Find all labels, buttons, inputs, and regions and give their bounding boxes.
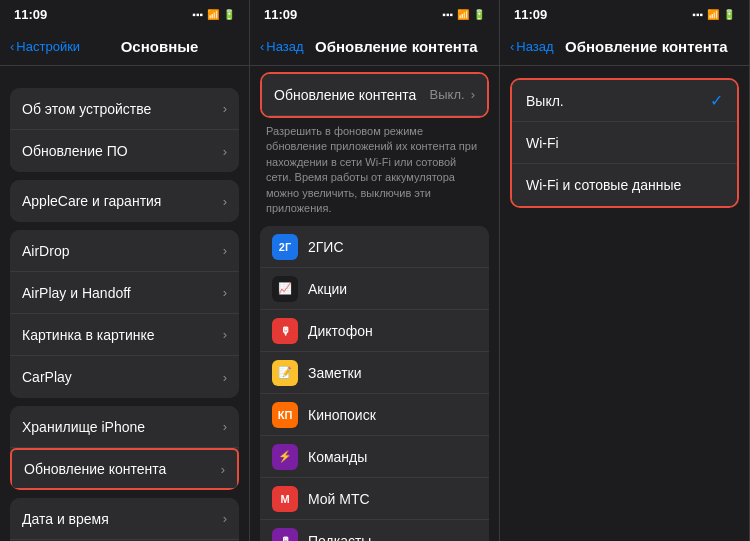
chevron-icon: ›: [223, 285, 227, 300]
wifi-icon: 📶: [457, 9, 469, 20]
chevron-icon: ›: [223, 419, 227, 434]
app-list-item[interactable]: ⚡Команды: [260, 436, 489, 478]
back-label-1: Настройки: [16, 39, 80, 54]
choice-label: Выкл.: [526, 93, 710, 109]
chevron-icon: ›: [471, 87, 475, 102]
group-2: AppleCare и гарантия ›: [10, 180, 239, 222]
content-update-item[interactable]: Обновление контента ›: [10, 448, 239, 490]
app-label: 2ГИС: [308, 239, 477, 255]
app-list-item[interactable]: 🎙Подкасты: [260, 520, 489, 541]
chevron-icon: ›: [223, 370, 227, 385]
app-icon: М: [272, 486, 298, 512]
scroll-area-3[interactable]: Выкл.✓Wi-FiWi-Fi и сотовые данные: [500, 66, 749, 541]
list-item[interactable]: Хранилище iPhone ›: [10, 406, 239, 448]
choice-label: Wi-Fi и сотовые данные: [526, 177, 723, 193]
battery-icon: 🔋: [473, 9, 485, 20]
back-label-3: Назад: [516, 39, 553, 54]
back-label-2: Назад: [266, 39, 303, 54]
status-time-1: 11:09: [14, 7, 47, 22]
battery-icon: 🔋: [723, 9, 735, 20]
chevron-icon: ›: [223, 194, 227, 209]
app-label: Заметки: [308, 365, 477, 381]
checkmark-icon: ✓: [710, 91, 723, 110]
nav-title-3: Обновление контента: [554, 38, 739, 55]
chevron-icon: ›: [223, 243, 227, 258]
signal-icon: ▪▪▪: [692, 9, 703, 20]
panel-choice: 11:09 ▪▪▪ 📶 🔋 ‹ Назад Обновление контент…: [500, 0, 750, 541]
list-item[interactable]: AirPlay и Handoff ›: [10, 272, 239, 314]
app-icon: ⚡: [272, 444, 298, 470]
app-label: Кинопоиск: [308, 407, 477, 423]
list-item[interactable]: Обновление ПО ›: [10, 130, 239, 172]
list-item[interactable]: Картинка в картинке ›: [10, 314, 239, 356]
info-text: Разрешить в фоновом режиме обновление пр…: [250, 118, 499, 226]
app-label: Команды: [308, 449, 477, 465]
list-item[interactable]: Об этом устройстве ›: [10, 88, 239, 130]
app-icon: 2Г: [272, 234, 298, 260]
app-icon: КП: [272, 402, 298, 428]
signal-icon: ▪▪▪: [442, 9, 453, 20]
choice-group: Выкл.✓Wi-FiWi-Fi и сотовые данные: [510, 78, 739, 208]
app-icon: 🎙: [272, 528, 298, 541]
app-label: Мой МТС: [308, 491, 477, 507]
app-icon: 📝: [272, 360, 298, 386]
app-list-item[interactable]: 📈Акции: [260, 268, 489, 310]
content-update-header: Обновление контента Выкл. ›: [260, 72, 489, 118]
choice-item[interactable]: Wi-Fi: [512, 122, 737, 164]
back-button-3[interactable]: ‹ Назад: [510, 39, 554, 54]
nav-bar-1: ‹ Настройки Основные: [0, 28, 249, 66]
choice-item[interactable]: Выкл.✓: [512, 80, 737, 122]
status-bar-3: 11:09 ▪▪▪ 📶 🔋: [500, 0, 749, 28]
app-list-item[interactable]: ММой МТС: [260, 478, 489, 520]
chevron-icon: ›: [223, 327, 227, 342]
list-item[interactable]: AppleCare и гарантия ›: [10, 180, 239, 222]
app-list-item[interactable]: 📝Заметки: [260, 352, 489, 394]
status-time-3: 11:09: [514, 7, 547, 22]
status-bar-2: 11:09 ▪▪▪ 📶 🔋: [250, 0, 499, 28]
scroll-area-1[interactable]: Об этом устройстве › Обновление ПО › App…: [0, 66, 249, 541]
app-label: Диктофон: [308, 323, 477, 339]
group-1: Об этом устройстве › Обновление ПО ›: [10, 88, 239, 172]
back-chevron-icon: ‹: [260, 39, 264, 54]
signal-icon: ▪▪▪: [192, 9, 203, 20]
app-label: Акции: [308, 281, 477, 297]
panel-settings: 11:09 ▪▪▪ 📶 🔋 ‹ Настройки Основные Об эт…: [0, 0, 250, 541]
battery-icon: 🔋: [223, 9, 235, 20]
chevron-icon: ›: [223, 144, 227, 159]
list-item[interactable]: CarPlay ›: [10, 356, 239, 398]
chevron-icon: ›: [221, 462, 225, 477]
app-list-item[interactable]: 🎙Диктофон: [260, 310, 489, 352]
content-update-toggle[interactable]: Обновление контента Выкл. ›: [262, 74, 487, 116]
status-icons-3: ▪▪▪ 📶 🔋: [692, 9, 735, 20]
group-3: AirDrop › AirPlay и Handoff › Картинка в…: [10, 230, 239, 398]
wifi-icon: 📶: [207, 9, 219, 20]
status-bar-1: 11:09 ▪▪▪ 📶 🔋: [0, 0, 249, 28]
app-list-item[interactable]: 2Г2ГИС: [260, 226, 489, 268]
wifi-icon: 📶: [707, 9, 719, 20]
chevron-icon: ›: [223, 511, 227, 526]
panel-content-update: 11:09 ▪▪▪ 📶 🔋 ‹ Назад Обновление контент…: [250, 0, 500, 541]
back-button-1[interactable]: ‹ Настройки: [10, 39, 80, 54]
app-list-item[interactable]: КПКинопоиск: [260, 394, 489, 436]
back-chevron-icon: ‹: [10, 39, 14, 54]
status-time-2: 11:09: [264, 7, 297, 22]
back-chevron-icon: ‹: [510, 39, 514, 54]
group-5: Дата и время › Клавиатура › Игровой конт…: [10, 498, 239, 541]
nav-title-1: Основные: [80, 38, 239, 55]
chevron-icon: ›: [223, 101, 227, 116]
airdrop-item[interactable]: AirDrop ›: [10, 230, 239, 272]
app-icon: 🎙: [272, 318, 298, 344]
app-label: Подкасты: [308, 533, 477, 541]
choice-label: Wi-Fi: [526, 135, 723, 151]
status-icons-2: ▪▪▪ 📶 🔋: [442, 9, 485, 20]
app-icon: 📈: [272, 276, 298, 302]
back-button-2[interactable]: ‹ Назад: [260, 39, 304, 54]
scroll-area-2[interactable]: Обновление контента Выкл. › Разрешить в …: [250, 66, 499, 541]
app-list: 2Г2ГИС📈Акции🎙Диктофон📝ЗаметкиКПКинопоиск…: [260, 226, 489, 541]
status-icons-1: ▪▪▪ 📶 🔋: [192, 9, 235, 20]
group-4: Хранилище iPhone › Обновление контента ›: [10, 406, 239, 490]
nav-title-2: Обновление контента: [304, 38, 489, 55]
list-item[interactable]: Дата и время ›: [10, 498, 239, 540]
nav-bar-2: ‹ Назад Обновление контента: [250, 28, 499, 66]
choice-item[interactable]: Wi-Fi и сотовые данные: [512, 164, 737, 206]
